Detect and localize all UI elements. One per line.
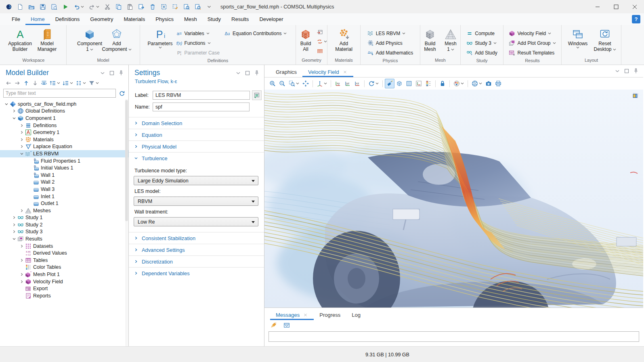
tree-chevron[interactable] [19, 152, 25, 156]
scene-light-button[interactable] [385, 79, 394, 88]
minimize-button[interactable] [588, 0, 607, 13]
section-consistent-stabilization[interactable]: Consistent Stabilization [129, 232, 264, 244]
ribbon-add-material-button[interactable]: AddMaterial [331, 26, 357, 58]
menu-mesh[interactable]: Mesh [179, 13, 202, 25]
label-input[interactable] [153, 91, 250, 100]
tree-node-fluid-properties-1[interactable]: DFluid Properties 1 [0, 157, 128, 165]
tree-chevron[interactable] [11, 216, 17, 220]
tree-node-export[interactable]: Export [0, 285, 128, 292]
ribbon-add-physics-button[interactable]: Add Physics [366, 39, 415, 47]
ribbon-build-mesh-button[interactable]: BuildMesh [420, 26, 440, 58]
ribbon-compute-button[interactable]: Compute [465, 29, 499, 38]
panel-collapse-icon[interactable] [99, 70, 106, 76]
tree-node-definitions[interactable]: Definitions [0, 122, 128, 129]
tree-node-study-3[interactable]: Study 3 [0, 228, 128, 236]
delete-button[interactable] [147, 2, 158, 12]
tree-chevron[interactable] [11, 109, 17, 113]
section-discretization[interactable]: Discretization [129, 255, 264, 267]
tree-node-inlet-1[interactable]: Inlet 1 [0, 193, 128, 200]
close-button[interactable] [625, 0, 644, 13]
ribbon-velocity-field-button[interactable]: Velocity Field [507, 29, 557, 38]
zoom-selected-button[interactable] [181, 2, 192, 12]
close-tab-icon[interactable] [342, 69, 348, 75]
menu-definitions[interactable]: Definitions [50, 13, 85, 25]
tree-chevron[interactable] [11, 237, 17, 241]
close-tab-icon[interactable] [303, 312, 308, 318]
messages-tab-log[interactable]: Log [346, 308, 366, 320]
ribbon-les-rbvm-button[interactable]: LES RBVM [366, 29, 415, 38]
tree-node-mesh-plot-1[interactable]: *Mesh Plot 1 [0, 271, 128, 278]
filter-input[interactable] [3, 89, 116, 98]
rotate-view-button[interactable] [367, 79, 380, 88]
filter-button[interactable] [87, 79, 100, 87]
copy-button[interactable] [113, 2, 124, 12]
menu-study[interactable]: Study [202, 13, 226, 25]
select-turbulence-model-type[interactable]: Large Eddy Simulation [134, 176, 258, 185]
ribbon-functions-button[interactable]: f(x)Functions [174, 39, 221, 47]
model-tree-node-button[interactable] [74, 79, 87, 87]
tree-node-reports[interactable]: Reports [0, 292, 128, 299]
view-xz-button[interactable]: xz [352, 79, 362, 88]
tree-node-outlet-1[interactable]: Outlet 1 [0, 200, 128, 207]
geometry-rebuild-button[interactable] [317, 38, 327, 45]
tree-chevron[interactable] [11, 116, 17, 120]
zoom-box-button[interactable] [287, 79, 301, 88]
messages-tab-progress[interactable]: Progress [314, 308, 346, 320]
ribbon-add-study-button[interactable]: Add Study [465, 48, 499, 57]
clear-selection-button[interactable] [170, 2, 181, 12]
toolbar-overflow-button[interactable] [203, 2, 215, 12]
menu-materials[interactable]: Materials [118, 13, 150, 25]
graphics-tab-velocity-field[interactable]: Velocity Field [302, 65, 353, 77]
message-settings-button[interactable] [282, 321, 291, 329]
view-xy-button[interactable]: xy [333, 79, 343, 88]
move-up-button[interactable] [22, 79, 31, 87]
tree-node-sports-car-flow-field-mph[interactable]: sports_car_flow_field.mph [0, 100, 128, 108]
menu-results[interactable]: Results [226, 13, 254, 25]
panel-pin-icon[interactable] [254, 70, 260, 76]
geometry-fence-button[interactable] [317, 47, 327, 54]
zoom-extents-button[interactable] [301, 79, 310, 88]
panel-pin-icon[interactable] [118, 70, 124, 76]
undo-button[interactable] [71, 2, 86, 12]
ribbon-variables-button[interactable]: a=Variables [174, 29, 221, 38]
tree-node-tables[interactable]: Tables [0, 257, 128, 264]
ribbon-add-plot-group-button[interactable]: Add Plot Group [507, 39, 557, 47]
menu-file[interactable]: File [6, 13, 25, 25]
rename-button[interactable] [252, 90, 262, 100]
section-turbulence[interactable]: Turbulence [129, 152, 264, 164]
go-to-view-button[interactable] [315, 79, 329, 88]
select-les-model[interactable]: RBVM [134, 197, 258, 206]
select-wall-treatment[interactable]: Low Re [134, 217, 258, 226]
tree-chevron[interactable] [3, 102, 9, 106]
messages-output[interactable] [269, 331, 639, 342]
ribbon-add-component-button[interactable]: AddComponent [104, 26, 130, 58]
save-button[interactable] [37, 2, 48, 12]
geometry-insert-button[interactable] [317, 29, 327, 36]
tree-node-initial-values-1[interactable]: DInitial Values 1 [0, 164, 128, 172]
forward-button[interactable] [13, 79, 22, 87]
tree-node-wall-1[interactable]: DWall 1 [0, 172, 128, 179]
ribbon-result-templates-button[interactable]: Result Templates [507, 48, 557, 57]
tree-scrollbar[interactable] [125, 99, 128, 346]
tree-chevron[interactable] [11, 230, 17, 234]
refresh-icon[interactable] [119, 90, 125, 96]
ribbon-parameters-button[interactable]: PiParameters [147, 26, 173, 58]
tree-chevron[interactable] [19, 280, 25, 284]
tree-node-geometry-1[interactable]: Geometry 1 [0, 129, 128, 136]
expand-button[interactable] [48, 79, 61, 87]
open-button[interactable] [26, 2, 37, 12]
ribbon-component-1-button[interactable]: Component1 [77, 26, 103, 58]
tree-node-study-2[interactable]: Study 2 [0, 221, 128, 228]
tree-chevron[interactable] [19, 123, 25, 128]
tree-chevron[interactable] [19, 258, 25, 262]
appearance-button[interactable] [452, 79, 466, 88]
section-equation[interactable]: Equation [129, 129, 264, 140]
snapshot-button[interactable] [470, 79, 484, 88]
ribbon-application-builder-button[interactable]: AApplicationBuilder [7, 26, 33, 58]
tree-chevron[interactable] [19, 272, 25, 276]
tree-node-datasets[interactable]: Datasets [0, 243, 128, 250]
ribbon-study-3-button[interactable]: Study 3 [465, 39, 499, 47]
section-dependent-variables[interactable]: Dependent Variables [129, 267, 264, 279]
tree-node-color-tables[interactable]: Color Tables [0, 264, 128, 271]
ribbon-model-manager-button[interactable]: ModelManager [34, 26, 60, 58]
